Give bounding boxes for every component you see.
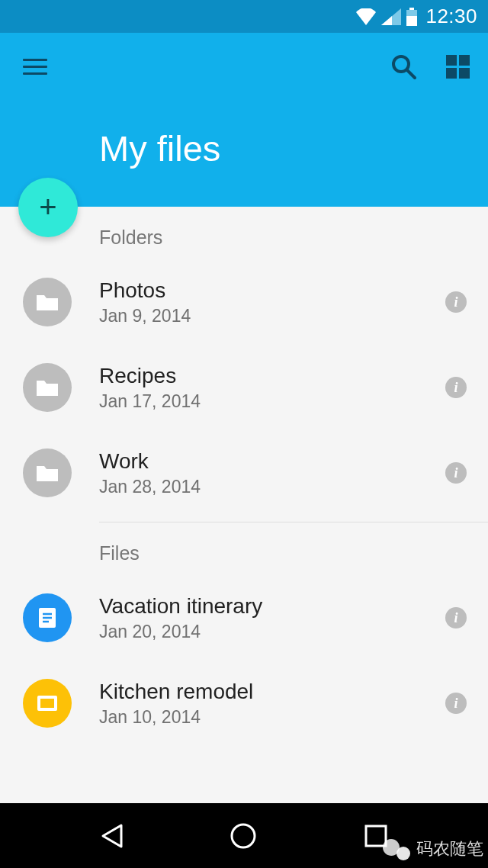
status-bar: 12:30 [0,0,488,33]
folder-icon [23,278,72,326]
watermark: 码农随笔 [383,837,483,860]
watermark-text: 码农随笔 [416,837,483,860]
info-icon[interactable]: i [445,291,467,313]
svg-rect-10 [40,699,54,708]
item-title: Photos [99,278,445,303]
home-button[interactable] [229,821,258,850]
item-date: Jan 17, 2014 [99,391,445,412]
grid-view-icon[interactable] [446,55,470,79]
file-item[interactable]: Kitchen remodel Jan 10, 2014 i [0,661,488,746]
files-header: Files [0,522,488,575]
folder-icon [23,448,72,497]
document-icon [23,593,72,642]
item-date: Jan 10, 2014 [99,707,445,728]
file-item[interactable]: Vacation itinerary Jan 20, 2014 i [0,575,488,661]
info-icon[interactable]: i [445,607,467,628]
item-title: Vacation itinerary [99,594,445,619]
svg-rect-0 [409,8,414,10]
status-time: 12:30 [425,5,477,28]
folder-item[interactable]: Work Jan 28, 2014 i [0,430,488,516]
svg-point-11 [232,825,255,847]
svg-line-4 [407,70,415,78]
info-icon[interactable]: i [445,377,467,398]
item-title: Work [99,449,445,474]
plus-icon: + [39,191,56,222]
content-area: Folders Photos Jan 9, 2014 i Recipes Jan… [0,207,488,803]
slides-icon [23,679,72,728]
wifi-icon [355,8,377,25]
search-icon[interactable] [390,53,417,80]
item-title: Recipes [99,364,445,388]
battery-icon [406,8,418,26]
back-button[interactable] [98,822,124,850]
info-icon[interactable]: i [445,693,467,714]
folder-item[interactable]: Recipes Jan 17, 2014 i [0,345,488,430]
item-date: Jan 9, 2014 [99,306,445,326]
svg-rect-2 [406,16,417,26]
item-date: Jan 20, 2014 [99,622,445,642]
info-icon[interactable]: i [445,462,467,484]
folder-item[interactable]: Photos Jan 9, 2014 i [0,259,488,345]
menu-icon[interactable] [23,59,47,75]
wechat-icon [383,837,412,860]
page-title: My files [0,127,488,169]
add-fab[interactable]: + [18,178,78,237]
signal-icon [381,8,401,25]
app-bar: My files [0,33,488,207]
item-title: Kitchen remodel [99,680,445,704]
item-date: Jan 28, 2014 [99,477,445,497]
folder-icon [23,363,72,412]
